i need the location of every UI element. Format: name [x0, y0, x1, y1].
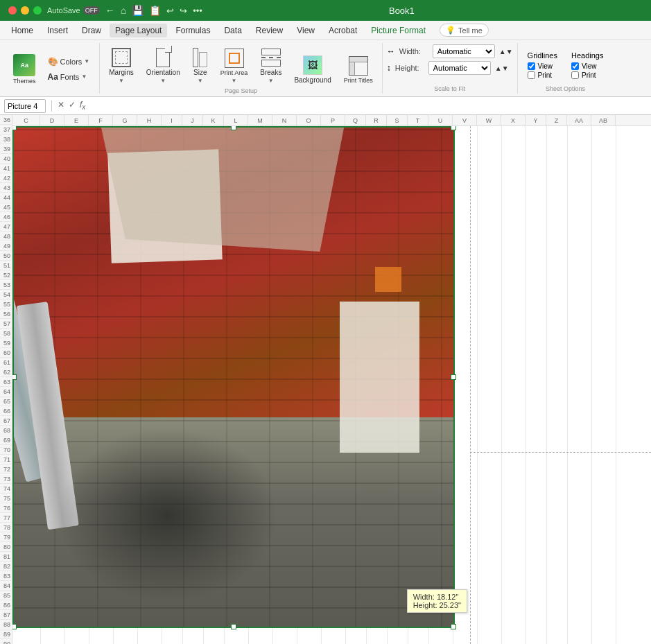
- ribbon: Aa Themes 🎨 Colors ▼ Aa Fonts ▼: [0, 40, 651, 97]
- width-select[interactable]: Automatic: [433, 44, 495, 58]
- headings-print-checkbox[interactable]: [571, 71, 579, 79]
- row-number: 88: [0, 620, 12, 629]
- row-number: 38: [0, 134, 12, 144]
- menu-bar: Home Insert Draw Page Layout Formulas Da…: [0, 21, 651, 40]
- margins-button[interactable]: Margins ▼: [104, 44, 139, 87]
- print-area-button[interactable]: Print Area ▼: [216, 45, 253, 87]
- menu-picture-format[interactable]: Picture Format: [365, 24, 431, 37]
- menu-formulas[interactable]: Formulas: [170, 24, 216, 37]
- width-label: Width:: [399, 47, 428, 55]
- grid-area[interactable]: Width: 18.12" Height: 25.23": [12, 126, 651, 644]
- breaks-label: Breaks: [260, 69, 281, 76]
- row-number: 66: [0, 406, 12, 416]
- row-number: 75: [0, 494, 12, 503]
- row-number: 44: [0, 193, 12, 202]
- grid-line-vertical: [616, 126, 616, 644]
- orientation-label: Orientation: [146, 69, 180, 76]
- home-icon[interactable]: ⌂: [121, 5, 126, 16]
- menu-view[interactable]: View: [291, 24, 320, 37]
- picture-4[interactable]: [12, 126, 455, 628]
- menu-page-layout[interactable]: Page Layout: [110, 24, 167, 37]
- size-button[interactable]: Size ▼: [188, 44, 213, 87]
- row-number: 78: [0, 523, 12, 532]
- row-number: 54: [0, 290, 12, 299]
- colors-button[interactable]: 🎨 Colors ▼: [44, 55, 94, 69]
- breaks-button[interactable]: Breaks ▼: [255, 44, 286, 87]
- ribbon-group-scale: ↔ Width: Automatic ▲▼ ↕ Height: Automati…: [383, 43, 518, 94]
- maximize-button[interactable]: [33, 6, 42, 15]
- window-title: Book1: [389, 6, 415, 16]
- insert-function-icon[interactable]: fx: [80, 100, 85, 111]
- nav-back-icon[interactable]: ←: [105, 5, 115, 16]
- fonts-button[interactable]: Aa Fonts ▼: [44, 70, 94, 84]
- menu-acrobat[interactable]: Acrobat: [323, 24, 363, 37]
- autosave-toggle[interactable]: AutoSave OFF: [47, 6, 100, 15]
- gridlines-print-checkbox[interactable]: [528, 71, 535, 79]
- page-break-horizontal: [470, 452, 651, 453]
- col-header: G: [113, 115, 137, 125]
- scale-content: ↔ Width: Automatic ▲▼ ↕ Height: Automati…: [387, 43, 513, 85]
- row-number: 63: [0, 377, 12, 387]
- margins-dropdown-icon: ▼: [119, 78, 124, 84]
- close-button[interactable]: [8, 6, 17, 15]
- orientation-dropdown-icon: ▼: [160, 78, 166, 84]
- colors-fonts-group: 🎨 Colors ▼ Aa Fonts ▼: [44, 55, 94, 84]
- themes-button[interactable]: Aa Themes: [8, 51, 41, 88]
- autosave-state[interactable]: OFF: [83, 6, 100, 15]
- headings-view-checkbox[interactable]: [571, 62, 579, 70]
- size-dropdown-icon: ▼: [198, 78, 203, 84]
- more-icon[interactable]: •••: [193, 6, 202, 16]
- col-header: Y: [526, 115, 546, 125]
- gridlines-view-checkbox[interactable]: [528, 62, 535, 70]
- col-header: V: [453, 115, 477, 125]
- redo-icon[interactable]: ↪: [180, 6, 187, 16]
- menu-home[interactable]: Home: [6, 24, 39, 37]
- height-select[interactable]: Automatic: [428, 61, 491, 75]
- row-number: 84: [0, 581, 12, 591]
- headings-print-label: Print: [582, 71, 596, 79]
- col-header: I: [162, 115, 182, 125]
- background-button[interactable]: 🖼 Background: [289, 52, 336, 87]
- menu-insert[interactable]: Insert: [42, 24, 73, 37]
- save-icon[interactable]: 💾: [132, 5, 144, 16]
- tell-me-label: Tell me: [458, 26, 483, 35]
- ribbon-group-sheet-options: Gridlines View Print Headings View: [518, 43, 614, 94]
- fonts-dropdown-icon: ▼: [81, 73, 87, 80]
- themes-content: Aa Themes 🎨 Colors ▼ Aa Fonts ▼: [8, 43, 94, 94]
- fonts-label: Fonts: [60, 73, 80, 81]
- row-number: 64: [0, 387, 12, 397]
- orientation-button[interactable]: Orientation ▼: [141, 44, 185, 87]
- formula-input[interactable]: [88, 99, 647, 113]
- print-titles-button[interactable]: Print Titles: [339, 53, 378, 87]
- clipboard-icon[interactable]: 📋: [149, 5, 161, 16]
- row-number: 61: [0, 358, 12, 367]
- formula-icons: ✕ ✓ fx: [58, 100, 85, 111]
- orange-sticker: [375, 267, 401, 292]
- cell-reference-input[interactable]: [4, 99, 46, 113]
- menu-data[interactable]: Data: [218, 24, 247, 37]
- sheet-options-label: Sheet Options: [522, 85, 609, 94]
- grid-line-vertical: [567, 126, 568, 644]
- menu-draw[interactable]: Draw: [76, 24, 107, 37]
- row-number: 57: [0, 319, 12, 329]
- menu-review[interactable]: Review: [250, 24, 288, 37]
- row-number: 81: [0, 552, 12, 562]
- col-header: F: [89, 115, 113, 125]
- row-number: 65: [0, 397, 12, 406]
- cancel-formula-icon[interactable]: ✕: [58, 100, 64, 111]
- poster-2: [340, 302, 419, 452]
- row-number: 85: [0, 591, 12, 600]
- size-label: Size: [193, 69, 207, 76]
- confirm-formula-icon[interactable]: ✓: [69, 100, 76, 111]
- col-header: J: [182, 115, 203, 125]
- traffic-lights: [8, 6, 42, 15]
- height-dropdown-arrow: ▲▼: [495, 64, 509, 72]
- row-number: 46: [0, 212, 12, 222]
- row-number: 83: [0, 571, 12, 581]
- minimize-button[interactable]: [21, 6, 29, 15]
- title-bar-left: AutoSave OFF ← ⌂ 💾 📋 ↩ ↪ •••: [8, 5, 202, 16]
- undo-icon[interactable]: ↩: [166, 6, 174, 16]
- row-number: 60: [0, 348, 12, 358]
- tell-me-button[interactable]: 💡 Tell me: [440, 24, 489, 37]
- torn-poster: [101, 126, 345, 252]
